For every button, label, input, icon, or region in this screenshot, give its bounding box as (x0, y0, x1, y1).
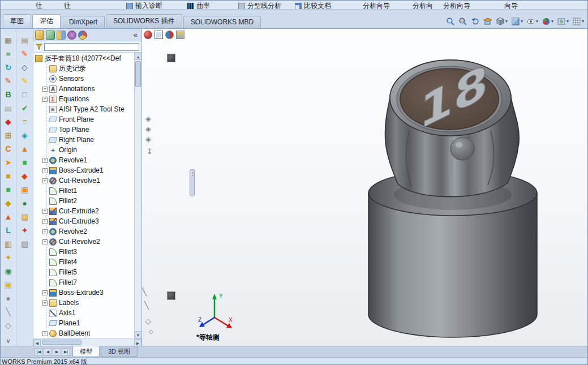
tool-icon[interactable]: ▣ (2, 278, 15, 291)
section-view-icon[interactable] (482, 16, 493, 27)
tool-icon[interactable]: ✦ (2, 251, 15, 264)
analysis-wizard-button[interactable]: 分析向 (413, 1, 433, 10)
last-tab-icon[interactable]: ▶| (62, 348, 70, 356)
tool-icon[interactable]: ◇ (19, 61, 31, 74)
relation-icon[interactable]: ◈ (145, 115, 151, 123)
collapse-panel-button[interactable]: « (131, 31, 140, 39)
zoom-area-icon[interactable] (457, 16, 469, 27)
tree-item[interactable]: +AAnnotations (33, 84, 134, 94)
relation-icon[interactable]: ◈ (145, 125, 151, 133)
tool-icon[interactable]: ➤ (2, 156, 15, 169)
tool-icon[interactable]: C (2, 142, 15, 156)
tree-item-root[interactable]: 扳手套筒18 (42077<<Def (33, 53, 134, 63)
tree-item[interactable]: +Revolve1 (33, 155, 134, 165)
tree-item[interactable]: +Cut-Revolve2 (33, 237, 134, 247)
curvature-button[interactable]: 曲率 (187, 1, 210, 10)
tool-icon[interactable]: ▨ (19, 237, 31, 251)
anchor-icon[interactable]: ↧ (147, 148, 153, 156)
scroll-left-icon[interactable]: ◀ (33, 339, 41, 346)
tab-3d-views[interactable]: 3D 视图 (101, 346, 138, 357)
relation-icon[interactable]: ╲ (144, 302, 149, 310)
expand-icon[interactable]: + (42, 239, 48, 244)
tool-icon[interactable]: ╲ (2, 305, 15, 319)
tree-item[interactable]: Fillet1 (33, 186, 134, 196)
tool-icon[interactable]: ◉ (2, 264, 15, 278)
tool-icon[interactable]: ⊞ (2, 128, 15, 142)
tree-item[interactable]: +Boss-Extrude3 (33, 287, 134, 298)
ribbon-button[interactable]: 往 (64, 1, 71, 10)
tree-item[interactable]: Fillet2 (33, 196, 134, 206)
tree-item[interactable]: +Cut-Revolve1 (33, 175, 134, 186)
tool-icon[interactable]: ◇ (2, 319, 15, 332)
compare-documents-button[interactable]: 比较文档 (295, 1, 331, 10)
expand-icon[interactable]: + (42, 290, 48, 295)
expand-icon[interactable]: + (42, 178, 48, 183)
previous-view-icon[interactable] (470, 16, 481, 27)
tree-item[interactable]: Fillet5 (33, 267, 134, 277)
tree-item[interactable]: Axis1 (33, 308, 134, 318)
tree-item[interactable]: +ΣEquations (33, 94, 134, 104)
tree-vertical-scrollbar[interactable]: ▲ ▼ (134, 53, 141, 338)
tool-icon[interactable]: ▤ (19, 33, 31, 47)
tool-icon[interactable]: □ (19, 88, 31, 101)
analysis-wizard-button[interactable]: 分析向导 (363, 1, 390, 10)
expand-icon[interactable]: + (42, 158, 48, 163)
tool-icon[interactable]: ✔ (19, 101, 31, 115)
tool-icon[interactable]: ▥ (2, 237, 15, 251)
apply-scene-icon[interactable]: ▾ (556, 16, 570, 27)
tab-model[interactable]: 模型 (72, 346, 100, 357)
expand-icon[interactable]: + (42, 168, 48, 173)
tree-item[interactable]: +Labels (33, 298, 134, 308)
import-diagnostics-button[interactable]: 输入诊断 (126, 1, 162, 10)
tree-item[interactable]: +Cut-Extrude3 (33, 216, 134, 226)
tree-item[interactable]: Front Plane (33, 114, 134, 124)
display-manager-tab-icon[interactable] (78, 31, 87, 40)
tree-item[interactable]: Fillet7 (33, 277, 134, 287)
tool-icon[interactable]: ↻ (2, 61, 15, 74)
tool-icon[interactable]: ▤ (2, 101, 15, 115)
display-style-icon[interactable]: ▾ (510, 16, 524, 27)
tool-icon[interactable]: L (2, 224, 15, 237)
tree-item[interactable]: +Revolve2 (33, 226, 134, 237)
tree-item[interactable]: +Boss-Extrude1 (33, 165, 134, 175)
previous-tab-icon[interactable]: ◀ (44, 348, 52, 356)
tree-item[interactable]: Plane1 (33, 318, 134, 328)
tree-item[interactable]: +BallDetent (33, 328, 134, 338)
tool-icon[interactable]: ✎ (2, 74, 15, 88)
ribbon-button[interactable]: 往 (36, 1, 42, 10)
view-orientation-icon[interactable]: ▾ (495, 16, 509, 27)
tree-filter-input[interactable] (44, 43, 139, 51)
tool-icon[interactable]: ✎ (19, 74, 31, 88)
tool-icon[interactable]: ◆ (2, 115, 15, 128)
tree-item[interactable]: +Origin (33, 145, 134, 155)
tool-icon[interactable]: ▦ (19, 210, 31, 224)
tab-sketch[interactable]: 草图 (3, 14, 31, 28)
tool-icon[interactable]: ▣ (19, 183, 31, 196)
expand-icon[interactable]: + (42, 300, 48, 306)
tool-icon[interactable]: ■ (2, 169, 15, 183)
tool-icon[interactable]: ✎ (19, 47, 31, 61)
tool-icon[interactable]: ≈ (2, 47, 15, 61)
expand-icon[interactable]: + (42, 97, 48, 102)
expand-icon[interactable]: + (42, 209, 48, 214)
scrollbar-thumb[interactable] (42, 340, 81, 345)
tool-icon[interactable]: ■ (19, 156, 31, 169)
tree-item[interactable]: Fillet3 (33, 247, 134, 257)
tool-icon[interactable]: ◆ (2, 196, 15, 210)
tree-item[interactable]: Top Plane (33, 124, 134, 135)
relation-icon[interactable]: ◈ (145, 135, 151, 143)
tool-icon[interactable]: ◈ (19, 128, 31, 142)
tree-item[interactable]: 历史记录 (33, 63, 134, 74)
tool-icon[interactable]: ■ (2, 183, 15, 196)
tool-icon[interactable]: ▲ (19, 142, 31, 156)
view-settings-icon[interactable]: ▾ (571, 16, 585, 27)
analysis-wizard-button[interactable]: 分析向导 (443, 1, 470, 10)
scrollbar-thumb[interactable] (135, 61, 141, 87)
tab-solidworks-mbd[interactable]: SOLIDWORKS MBD (183, 16, 261, 28)
expand-icon[interactable]: + (42, 87, 48, 92)
zoom-fit-icon[interactable] (445, 16, 456, 27)
tool-icon[interactable]: ▦ (2, 33, 15, 47)
property-manager-tab-icon[interactable] (46, 31, 55, 40)
relation-icon[interactable]: ◇ (145, 317, 151, 325)
graphics-viewport[interactable]: 18 ◈ ◈ ◈ ↧ ╲ ╲ ◇ ◇ ⋮ (142, 29, 587, 346)
